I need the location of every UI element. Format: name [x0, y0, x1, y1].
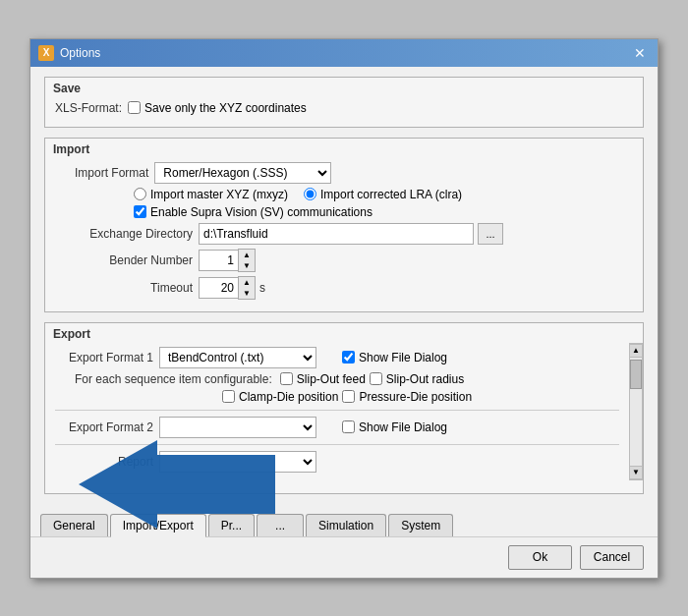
- slip-out-radius-label[interactable]: Slip-Out radius: [370, 372, 464, 386]
- xls-checkbox[interactable]: [128, 101, 141, 114]
- slip-out-radius-checkbox[interactable]: [370, 372, 382, 385]
- timeout-spinner[interactable]: ▲ ▼: [199, 276, 256, 300]
- scroll-thumb[interactable]: [630, 360, 642, 389]
- title-bar: X Options ✕: [30, 39, 658, 67]
- xls-row: XLS-Format: Save only the XYZ coordinate…: [55, 101, 633, 115]
- bender-input[interactable]: [199, 250, 238, 271]
- supra-checkbox[interactable]: [134, 205, 146, 218]
- radio2-label[interactable]: Import corrected LRA (clra): [304, 188, 462, 201]
- radio-row: Import master XYZ (mxyz) Import correcte…: [134, 188, 633, 201]
- tab-import-export[interactable]: Import/Export: [110, 514, 206, 537]
- export-scrollbar[interactable]: ▲ ▼: [629, 343, 643, 480]
- export-format1-row: Export Format 1 tBendControl (.txt) Show…: [55, 347, 619, 368]
- sequence-row: For each sequence item configurable: Sli…: [75, 372, 619, 386]
- export-format2-select[interactable]: [159, 417, 316, 438]
- show-file-dialog2-checkbox[interactable]: [342, 420, 355, 433]
- show-file-dialog1-label[interactable]: Show File Dialog: [342, 351, 447, 364]
- pressure-die-checkbox[interactable]: [342, 390, 355, 403]
- browse-button[interactable]: ...: [478, 223, 503, 245]
- show-file-dialog2-text: Show File Dialog: [359, 420, 447, 434]
- supra-text: Enable Supra Vision (SV) communications: [150, 205, 373, 219]
- scroll-down-button[interactable]: ▼: [629, 466, 643, 479]
- export-section-title: Export: [45, 323, 643, 343]
- timeout-row: Timeout ▲ ▼ s: [55, 276, 633, 300]
- tab-general[interactable]: General: [40, 514, 108, 536]
- export-section: Export Export Format 1 tBendControl (.tx…: [44, 322, 644, 494]
- dialog-title: Options: [60, 46, 100, 60]
- timeout-up[interactable]: ▲: [239, 277, 255, 288]
- report-label: Report: [55, 455, 153, 469]
- xls-checkbox-label[interactable]: Save only the XYZ coordinates: [128, 101, 307, 115]
- bender-number-row: Bender Number ▲ ▼: [55, 249, 633, 272]
- tab-pr[interactable]: Pr...: [208, 514, 255, 536]
- slip-out-radius-text: Slip-Out radius: [386, 372, 464, 386]
- timeout-down[interactable]: ▼: [239, 288, 255, 299]
- supra-row: Enable Supra Vision (SV) communications: [134, 205, 633, 219]
- tab-dot[interactable]: ...: [257, 514, 304, 536]
- xls-label: XLS-Format:: [55, 101, 122, 115]
- timeout-label: Timeout: [75, 281, 193, 295]
- die-options-row: Clamp-Die position Pressure-Die position: [222, 390, 619, 404]
- tab-simulation[interactable]: Simulation: [306, 514, 386, 536]
- tab-system[interactable]: System: [388, 514, 453, 536]
- timeout-input[interactable]: [199, 277, 238, 299]
- bender-down[interactable]: ▼: [239, 260, 255, 271]
- export-format1-label: Export Format 1: [55, 351, 153, 364]
- cancel-button[interactable]: Cancel: [580, 545, 644, 570]
- show-file-dialog2-label[interactable]: Show File Dialog: [342, 420, 447, 434]
- close-button[interactable]: ✕: [630, 43, 650, 63]
- clamp-die-checkbox[interactable]: [222, 390, 235, 403]
- report-row: Report: [55, 451, 619, 473]
- export-format2-row: Export Format 2 Show File Dialog: [55, 417, 619, 438]
- ok-button[interactable]: Ok: [508, 545, 572, 570]
- bender-label: Bender Number: [75, 253, 193, 267]
- clamp-die-label[interactable]: Clamp-Die position: [222, 390, 338, 404]
- dialog-footer: Ok Cancel: [30, 536, 658, 578]
- show-file-dialog1-checkbox[interactable]: [342, 351, 355, 364]
- xls-checkbox-text: Save only the XYZ coordinates: [144, 101, 307, 115]
- export-format2-label: Export Format 2: [55, 420, 153, 434]
- timeout-unit: s: [259, 281, 265, 295]
- clamp-die-text: Clamp-Die position: [239, 390, 338, 404]
- export-format1-select[interactable]: tBendControl (.txt): [159, 347, 316, 368]
- radio1-label[interactable]: Import master XYZ (mxyz): [134, 188, 288, 201]
- slip-out-feed-label[interactable]: Slip-Out feed: [280, 372, 366, 386]
- pressure-die-label[interactable]: Pressure-Die position: [342, 390, 472, 404]
- sequence-label: For each sequence item configurable:: [75, 372, 272, 386]
- import-section-title: Import: [45, 139, 643, 158]
- radio1-text: Import master XYZ (mxyz): [150, 188, 288, 201]
- supra-label[interactable]: Enable Supra Vision (SV) communications: [134, 205, 373, 219]
- import-section: Import Import Format Romer/Hexagon (.SSS…: [44, 138, 644, 312]
- divider1: [55, 410, 619, 411]
- radio-corrected-lra[interactable]: [304, 188, 316, 200]
- pressure-die-text: Pressure-Die position: [359, 390, 472, 404]
- import-format-row: Import Format Romer/Hexagon (.SSS): [55, 162, 633, 184]
- bender-up[interactable]: ▲: [239, 250, 255, 260]
- show-file-dialog1-text: Show File Dialog: [359, 351, 447, 364]
- divider2: [55, 444, 619, 445]
- exchange-label: Exchange Directory: [75, 227, 193, 241]
- save-section: Save XLS-Format: Save only the XYZ coord…: [44, 77, 644, 128]
- exchange-dir-row: Exchange Directory d:\Transfluid ...: [55, 223, 633, 245]
- slip-out-feed-text: Slip-Out feed: [297, 372, 366, 386]
- bender-spinner[interactable]: ▲ ▼: [199, 249, 256, 272]
- radio2-text: Import corrected LRA (clra): [320, 188, 462, 201]
- save-section-title: Save: [45, 78, 643, 97]
- slip-out-feed-checkbox[interactable]: [280, 372, 293, 385]
- app-icon: X: [38, 45, 54, 61]
- report-select[interactable]: [159, 451, 316, 473]
- import-format-select[interactable]: Romer/Hexagon (.SSS): [154, 162, 331, 184]
- scroll-up-button[interactable]: ▲: [629, 344, 643, 358]
- import-format-label: Import Format: [75, 166, 148, 180]
- exchange-dir-input[interactable]: d:\Transfluid: [199, 223, 474, 245]
- tabs-row: General Import/Export Pr... ... Simulati…: [30, 514, 658, 536]
- radio-master-xyz[interactable]: [134, 188, 146, 200]
